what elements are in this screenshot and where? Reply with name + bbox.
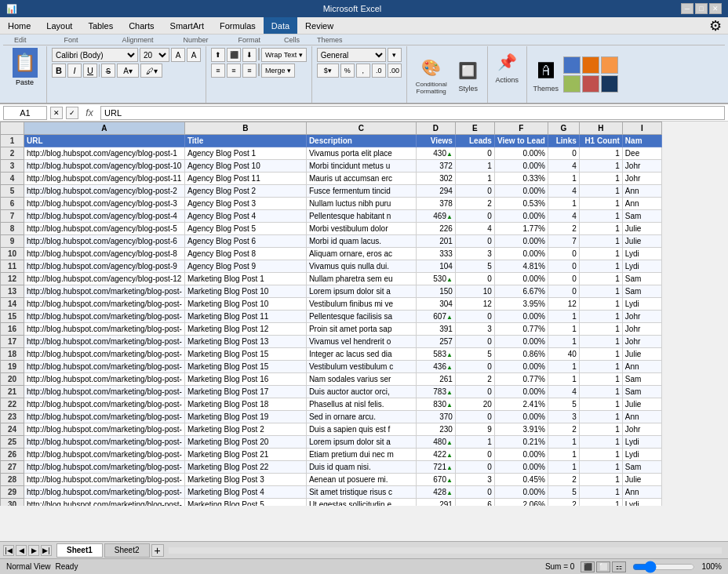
cell[interactable]: Marketing Blog Post 19 [184,411,306,423]
cell[interactable]: 0.00% [494,147,548,160]
cell[interactable]: 1 [579,386,622,398]
cell[interactable]: 302 [416,173,455,185]
cell[interactable]: Marketing Blog Post 10 [184,298,306,311]
cell[interactable]: Julie [622,398,661,411]
cell[interactable]: http://blog.hubspot.com/agency/blog-post… [24,235,185,248]
comma-button[interactable]: , [356,64,370,78]
menu-item-data[interactable]: Data [264,17,297,34]
cell[interactable]: http://blog.hubspot.com/agency/blog-post… [24,147,185,160]
align-center-button[interactable]: ≡ [227,64,241,78]
cell[interactable]: 0.00% [494,449,548,461]
number-expand-button[interactable]: ▾ [388,48,402,62]
cell[interactable]: 104 [416,260,455,273]
cell[interactable]: 2 [548,423,579,436]
cell[interactable]: 0.00% [494,210,548,223]
cell[interactable]: 1 [579,260,622,273]
cell[interactable]: Duis auctor auctor orci, [306,386,416,398]
font-name-select[interactable]: Calibri (Body) [52,48,138,62]
cell[interactable]: 1 [548,336,579,348]
cell[interactable]: 1 [579,147,622,160]
font-size-increase-button[interactable]: A [187,48,201,62]
wrap-text-button[interactable]: Wrap Text ▾ [261,48,307,62]
cell[interactable]: Sam [622,461,661,474]
cell[interactable]: Agency Blog Post 2 [184,185,306,198]
col-header-c[interactable]: C [306,122,416,135]
cell[interactable]: 2 [455,198,494,210]
decrease-decimal-button[interactable]: .0 [372,64,386,78]
cell[interactable]: Marketing Blog Post 15 [184,348,306,361]
col-header-i[interactable]: I [622,122,661,135]
cell[interactable]: 1 [579,423,622,436]
cell[interactable]: Agency Blog Post 4 [184,210,306,223]
cell[interactable]: 378 [416,198,455,210]
cell[interactable]: http://blog.hubspot.com/marketing/blog-p… [24,461,185,474]
cell[interactable]: 1 [579,461,622,474]
cell[interactable]: 4 [548,386,579,398]
cell[interactable]: 1 [579,273,622,285]
cell[interactable]: 391 [416,323,455,336]
sheet-tab-1[interactable]: Sheet1 [56,543,103,558]
cell[interactable]: 2 [548,223,579,235]
row-number[interactable]: 11 [1,260,24,273]
bold-button[interactable]: B [52,64,66,78]
close-button[interactable]: ✕ [709,3,722,14]
cell[interactable]: Julie [622,235,661,248]
row-number[interactable]: 26 [1,449,24,461]
cell[interactable]: Pellentesque facilisis sa [306,311,416,323]
cell[interactable]: 0 [455,461,494,474]
row-number[interactable]: 19 [1,361,24,373]
cell[interactable]: 0.00% [494,235,548,248]
cell[interactable]: 670▲ [416,474,455,486]
cell[interactable]: 0.00% [494,273,548,285]
cell[interactable]: Sam [622,373,661,386]
cell[interactable]: http://blog.hubspot.com/marketing/blog-p… [24,373,185,386]
paste-button[interactable]: 📋 Paste [13,48,38,86]
cell[interactable]: Morbi vestibulum dolor [306,223,416,235]
minimize-button[interactable]: ─ [681,3,693,14]
cell[interactable]: 0 [548,147,579,160]
cell[interactable]: 0.86% [494,348,548,361]
cell[interactable]: Agency Blog Post 1 [184,147,306,160]
cell[interactable]: 721▲ [416,461,455,474]
theme-swatch-dark-blue[interactable] [601,75,618,93]
cell[interactable]: 1 [579,248,622,260]
cell[interactable]: 1 [548,323,579,336]
merge-button[interactable]: Merge ▾ [261,64,295,78]
cell[interactable]: Vestibulum vestibulum c [306,361,416,373]
cell[interactable]: Sed in ornare arcu. [306,411,416,423]
cell[interactable]: Agency Blog Post 5 [184,223,306,235]
cell[interactable]: Marketing Blog Post 10 [184,285,306,298]
cell[interactable]: Vivamus porta elit place [306,147,416,160]
cell[interactable]: 1 [579,449,622,461]
cell[interactable]: http://blog.hubspot.com/marketing/blog-p… [24,323,185,336]
menu-settings-icon[interactable]: ⚙ [709,17,728,34]
cell[interactable]: 4 [455,223,494,235]
cell[interactable]: Marketing Blog Post 15 [184,361,306,373]
cell[interactable]: 1 [455,436,494,449]
cell[interactable]: 1 [579,160,622,173]
cell[interactable]: 530▲ [416,273,455,285]
menu-item-smartart[interactable]: SmartArt [162,17,212,34]
cell[interactable]: Aenean ut posuere mi. [306,474,416,486]
cell[interactable]: Marketing Blog Post 21 [184,449,306,461]
cell[interactable]: http://blog.hubspot.com/agency/blog-post… [24,173,185,185]
cell[interactable]: 201 [416,235,455,248]
cell[interactable]: http://blog.hubspot.com/agency/blog-post… [24,185,185,198]
cell[interactable]: http://blog.hubspot.com/marketing/blog-p… [24,398,185,411]
cell[interactable]: Julie [622,348,661,361]
cell[interactable]: Pellentesque habitant n [306,210,416,223]
row-number[interactable]: 20 [1,373,24,386]
cell[interactable]: 0 [455,449,494,461]
formula-cancel-button[interactable]: ✕ [50,107,63,119]
cell[interactable]: 4 [548,185,579,198]
cell[interactable]: 1 [548,311,579,323]
theme-swatch-red[interactable] [582,75,599,93]
row-number[interactable]: 10 [1,248,24,260]
cell[interactable]: 830▲ [416,398,455,411]
cell[interactable]: 1 [579,474,622,486]
cell[interactable]: 5 [548,398,579,411]
cell[interactable]: 2 [548,474,579,486]
cell[interactable]: Lorem ipsum dolor sit a [306,436,416,449]
cell[interactable]: 1 [548,449,579,461]
cell[interactable]: Nam sodales varius ser [306,373,416,386]
